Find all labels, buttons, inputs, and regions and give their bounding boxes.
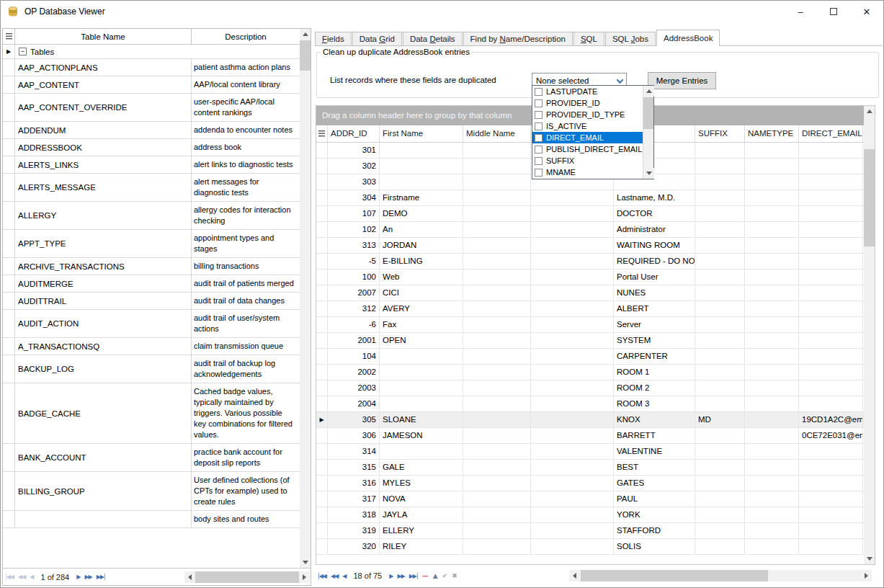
grid-cell[interactable]: 301 [328, 143, 380, 158]
grid-cell[interactable]: Administrator [614, 222, 695, 237]
grid-cell[interactable]: NUNES [614, 285, 695, 300]
grid-cell[interactable] [745, 285, 799, 300]
scroll-up-button[interactable] [643, 86, 654, 97]
grid-row[interactable]: 2002ROOM 1 [316, 365, 864, 380]
grid-cell[interactable] [531, 523, 614, 538]
dropdown-item[interactable]: PROVIDER_ID [532, 97, 643, 109]
checkbox-icon[interactable] [535, 111, 543, 119]
tab-data-details[interactable]: Data Details [403, 32, 463, 45]
grid-cell[interactable] [745, 159, 799, 174]
table-description-cell[interactable]: patient asthma action plans [192, 59, 300, 76]
grid-cell[interactable]: 319 [328, 523, 380, 538]
table-description-cell[interactable]: User defined collections (of CPTs for ex… [192, 472, 300, 510]
grid-cell[interactable]: 312 [328, 301, 380, 316]
scroll-right-button[interactable] [861, 570, 872, 582]
grid-cell[interactable] [463, 396, 531, 411]
grid-cell[interactable] [799, 238, 863, 253]
table-description-cell[interactable]: addenda to encounter notes [192, 122, 300, 138]
grid-cell[interactable] [531, 460, 614, 475]
grid-cell[interactable]: BARRETT [614, 428, 695, 443]
grid-cell[interactable]: ELLERY [380, 523, 463, 538]
grid-cell[interactable]: 0CE72E031@ema [799, 428, 863, 443]
grid-cell[interactable] [463, 159, 531, 174]
grid-cell[interactable]: An [380, 222, 463, 237]
grid-cell[interactable]: PAUL [614, 491, 695, 507]
column-header[interactable]: DIRECT_EMAIL [799, 125, 863, 142]
table-row[interactable]: AAP_ACTIONPLANSpatient asthma action pla… [3, 59, 300, 76]
grid-cell[interactable] [463, 333, 531, 348]
grid-cell[interactable]: 305 [328, 412, 380, 427]
grid-cell[interactable]: 302 [328, 159, 380, 174]
scroll-up-button[interactable] [864, 106, 875, 117]
tables-horizontal-scrollbar[interactable] [184, 571, 310, 583]
maximize-button[interactable] [817, 1, 850, 22]
grid-cell[interactable] [799, 333, 863, 348]
grid-cell[interactable]: Web [380, 270, 463, 285]
grid-cell[interactable] [463, 460, 531, 475]
grid-cell[interactable] [531, 333, 614, 348]
dropdown-item[interactable]: MNAME [532, 166, 643, 178]
column-header[interactable]: ADDR_ID [328, 125, 380, 142]
column-header-table-name[interactable]: Table Name [15, 29, 192, 44]
scroll-down-button[interactable] [643, 168, 654, 179]
checkbox-icon[interactable] [535, 134, 543, 142]
grid-cell[interactable]: 2004 [328, 396, 380, 411]
table-row[interactable]: AUDITMERGEaudit trail of patients merged [3, 275, 300, 293]
grid-cell[interactable]: Portal User [614, 270, 695, 285]
grid-cell[interactable] [695, 206, 745, 221]
grid-cell[interactable]: NOVA [380, 491, 463, 507]
grid-row[interactable]: -5E-BILLINGREQUIRED - DO NOT [316, 254, 864, 270]
tab-sql-jobs[interactable]: SQL Jobs [605, 32, 656, 45]
grid-cell[interactable]: 107 [328, 206, 380, 221]
scroll-up-button[interactable] [300, 29, 311, 40]
grid-cell[interactable] [531, 254, 614, 269]
grid-cell[interactable]: Fax [380, 317, 463, 332]
grid-cell[interactable] [695, 317, 745, 332]
grid-cell[interactable]: 102 [328, 222, 380, 237]
tab-addressbook[interactable]: AddressBook [656, 30, 720, 46]
table-row[interactable]: ALERTS_MESSAGEalert messages for diagnos… [3, 174, 300, 202]
nav-last-button[interactable]: ▶▶| [94, 574, 107, 580]
grid-menu-icon[interactable] [3, 29, 15, 44]
grid-cell[interactable]: 314 [328, 444, 380, 459]
column-header[interactable]: First Name [380, 125, 463, 142]
table-row[interactable]: ADDRESSBOOKaddress book [3, 139, 300, 156]
grid-cell[interactable] [799, 539, 863, 554]
grid-cell[interactable] [531, 412, 614, 427]
grid-row[interactable]: 312AVERYALBERT [316, 301, 864, 317]
grid-cell[interactable]: 100 [328, 270, 380, 285]
dropdown-item[interactable]: SUFFIX [532, 155, 643, 166]
column-header[interactable]: SUFFIX [695, 125, 745, 142]
grid-cell[interactable] [745, 444, 799, 459]
grid-cell[interactable]: AVERY [380, 301, 463, 316]
grid-row[interactable]: ▶305SLOANEKNOXMD19CD1A2C@emai [316, 412, 864, 428]
grid-cell[interactable]: KNOX [614, 412, 695, 427]
dropdown-item[interactable]: LASTUPDATE [532, 86, 643, 97]
table-row[interactable]: AAP_CONTENT_OVERRIDEuser-specific AAP/lo… [3, 94, 300, 122]
grid-cell[interactable]: ROOM 3 [614, 396, 695, 411]
column-header[interactable]: Middle Name [463, 125, 531, 142]
tab-sql[interactable]: SQL [573, 32, 604, 45]
merge-entries-button[interactable]: Merge Entries [648, 72, 716, 89]
grid-cell[interactable]: JAMESON [380, 428, 463, 443]
grid-menu-icon[interactable] [316, 125, 328, 142]
grid-cell[interactable] [695, 333, 745, 348]
grid-row[interactable]: 314VALENTINE [316, 444, 864, 460]
grid-row[interactable]: 102AnAdministrator [316, 222, 864, 238]
grid-row[interactable]: 104CARPENTER [316, 349, 864, 365]
grid-cell[interactable]: 317 [328, 491, 380, 507]
grid-cell[interactable] [695, 523, 745, 538]
grid-cell[interactable] [695, 190, 745, 205]
grid-cell[interactable] [695, 222, 745, 237]
grid-cell[interactable] [695, 159, 745, 174]
table-description-cell[interactable]: user-specific AAP/local content rankings [192, 94, 300, 121]
grid-cell[interactable] [463, 428, 531, 443]
grid-row[interactable]: 2001OPENSYSTEM [316, 333, 864, 349]
grid-cell[interactable] [463, 380, 531, 396]
table-name-cell[interactable]: APPT_TYPE [15, 230, 192, 257]
nav-first-button[interactable]: |◀◀ [316, 573, 329, 579]
scrollbar-thumb[interactable] [300, 40, 311, 71]
tab-find-by-name-description[interactable]: Find by Name/Description [463, 32, 573, 45]
table-name-cell[interactable]: AAP_ACTIONPLANS [15, 59, 192, 76]
grid-cell[interactable] [531, 270, 614, 285]
